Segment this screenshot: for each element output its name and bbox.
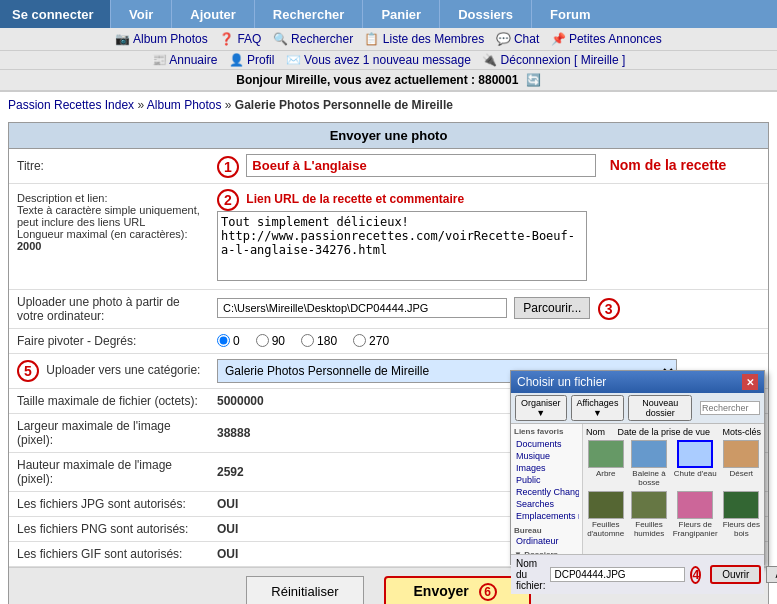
thumb-baleine[interactable]: Baleine à bosse <box>629 440 668 487</box>
thumb-desert-label: Désert <box>722 469 761 478</box>
nav-dossiers[interactable]: Dossiers <box>439 0 531 28</box>
rotate-270[interactable]: 270 <box>353 334 389 348</box>
breadcrumb-home[interactable]: Passion Recettes Index <box>8 98 134 112</box>
link-faq[interactable]: ❓ FAQ <box>219 32 261 46</box>
titre-input-cell: 1 Nom de la recette <box>209 149 768 183</box>
left-images[interactable]: Images <box>514 462 579 474</box>
upload-label: Uploader une photo à partir de votre ord… <box>9 289 209 328</box>
thumb-desert-img <box>723 440 759 468</box>
thumb-fleurs-bois-img <box>723 491 759 519</box>
breadcrumb-album[interactable]: Album Photos <box>147 98 222 112</box>
col-motscles: Mots-clés <box>722 427 761 437</box>
dialog-open-button[interactable]: Ouvrir <box>710 565 761 584</box>
titre-label: Titre: <box>9 149 209 183</box>
bonjour-row: Bonjour Mireille, vous avez actuellement… <box>0 70 777 92</box>
link-membres[interactable]: 📋 Liste des Membres <box>364 32 484 46</box>
category-label: 5 Uploader vers une catégorie: <box>9 353 209 388</box>
left-emplacements[interactable]: Emplacements réc... <box>514 510 579 522</box>
titre-name-label: Nom de la recette <box>610 157 727 173</box>
col-nom: Nom <box>586 427 605 437</box>
titre-input[interactable] <box>246 154 596 177</box>
thumb-feuilles1-img <box>588 491 624 519</box>
thumb-baleine-img <box>631 440 667 468</box>
left-recently[interactable]: Recently Changed <box>514 486 579 498</box>
link-chat[interactable]: 💬 Chat <box>496 32 540 46</box>
thumb-fleurs-frangi-label: Fleurs de Frangipanier <box>673 520 718 538</box>
submit-button[interactable]: Envoyer 6 <box>384 576 531 604</box>
nav-ajouter[interactable]: Ajouter <box>171 0 254 28</box>
upload-input-cell: C:\Users\Mireille\Desktop\DCP04444.JPG P… <box>209 289 768 328</box>
thumb-desert[interactable]: Désert <box>722 440 761 487</box>
third-row: 📰 Annuaire 👤 Profil ✉️ Vous avez 1 nouve… <box>0 51 777 70</box>
left-musique[interactable]: Musique <box>514 450 579 462</box>
link-annuaire[interactable]: 📰 Annuaire <box>152 53 218 67</box>
breadcrumb: Passion Recettes Index » Album Photos » … <box>0 92 777 118</box>
thumb-baleine-label: Baleine à bosse <box>629 469 668 487</box>
step-2-badge: 2 <box>217 189 239 211</box>
desc-textarea[interactable]: Tout simplement délicieux! http://www.pa… <box>217 211 587 281</box>
nav-rechercher[interactable]: Rechercher <box>254 0 363 28</box>
dossiers-toggle[interactable]: ▼ Dossiers <box>514 550 579 554</box>
dialog-close-button[interactable]: ✕ <box>742 374 758 390</box>
column-headers: Nom Date de la prise de vue Mots-clés <box>586 427 761 437</box>
nav-panier[interactable]: Panier <box>362 0 439 28</box>
left-searches[interactable]: Searches <box>514 498 579 510</box>
gif-label: Les fichiers GIF sont autorisés: <box>9 541 209 566</box>
dialog-title: Choisir un fichier <box>517 375 606 389</box>
png-val: OUI <box>217 522 238 536</box>
step-1-badge: 1 <box>217 156 239 178</box>
max-width-val: 38888 <box>217 426 250 440</box>
rotate-180[interactable]: 180 <box>301 334 337 348</box>
dialog-cancel-button[interactable]: Annuler <box>766 566 777 583</box>
reset-button[interactable]: Réinitialiser <box>246 576 363 604</box>
connect-label[interactable]: Se connecter <box>0 0 110 28</box>
jpg-val: OUI <box>217 497 238 511</box>
thumb-arbre-img <box>588 440 624 468</box>
left-ordinateur[interactable]: Ordinateur <box>514 535 579 547</box>
thumb-fleurs-bois[interactable]: Fleurs des bois <box>722 491 761 538</box>
thumb-feuilles2[interactable]: Feuilles humides <box>629 491 668 538</box>
desc-placeholder-label: Lien URL de la recette et commentaire <box>246 192 464 206</box>
thumb-feuilles1[interactable]: Feuilles d'automne <box>586 491 625 538</box>
rotate-0[interactable]: 0 <box>217 334 240 348</box>
jpg-label: Les fichiers JPG sont autorisés: <box>9 491 209 516</box>
browse-button[interactable]: Parcourir... <box>514 297 590 319</box>
desc-input-cell: 2 Lien URL de la recette et commentaire … <box>209 183 768 289</box>
link-message[interactable]: ✉️ Vous avez 1 nouveau message <box>286 53 471 67</box>
step-5-badge: 5 <box>17 360 39 382</box>
link-album-photos[interactable]: 📷 Album Photos <box>115 32 207 46</box>
nav-voir[interactable]: Voir <box>110 0 171 28</box>
nav-forum[interactable]: Forum <box>531 0 608 28</box>
organiser-btn[interactable]: Organiser ▼ <box>515 395 567 421</box>
rotate-radio-group: 0 90 180 270 <box>217 334 760 348</box>
top-nav: Se connecter Voir Ajouter Rechercher Pan… <box>0 0 777 28</box>
category-label-text: Uploader vers une catégorie: <box>46 363 200 377</box>
link-deconnexion[interactable]: 🔌 Déconnexion [ Mireille ] <box>482 53 625 67</box>
bonjour-text: Bonjour Mireille, vous avez actuellement… <box>236 73 518 87</box>
thumb-chute[interactable]: Chute d'eau <box>673 440 718 487</box>
link-profil[interactable]: 👤 Profil <box>229 53 275 67</box>
left-documents[interactable]: Documents <box>514 438 579 450</box>
affichages-btn[interactable]: Affichages ▼ <box>571 395 625 421</box>
nouveau-dossier-btn[interactable]: Nouveau dossier <box>628 395 692 421</box>
rotate-90[interactable]: 90 <box>256 334 285 348</box>
refresh-icon: 🔄 <box>526 73 541 87</box>
thumb-fleurs-bois-label: Fleurs des bois <box>722 520 761 538</box>
dialog-search-input[interactable] <box>700 401 760 415</box>
dialog-body: Liens favoris Documents Musique Images P… <box>511 424 764 554</box>
link-rechercher[interactable]: 🔍 Rechercher <box>273 32 353 46</box>
thumb-arbre[interactable]: Arbre <box>586 440 625 487</box>
dialog-right-panel: Nom Date de la prise de vue Mots-clés Ar… <box>583 424 764 554</box>
thumb-fleurs-frangi-img <box>677 491 713 519</box>
link-petites-annonces[interactable]: 📌 Petites Annonces <box>551 32 662 46</box>
max-width-label: Largeur maximale de l'image (pixel): <box>9 413 209 452</box>
second-row: 📷 Album Photos ❓ FAQ 🔍 Rechercher 📋 List… <box>0 28 777 51</box>
rotate-input-cell: 0 90 180 270 <box>209 328 768 353</box>
thumbnail-grid: Arbre Baleine à bosse Chute d'eau Désert <box>586 440 761 538</box>
thumb-fleurs-frangi[interactable]: Fleurs de Frangipanier <box>673 491 718 538</box>
titre-row: Titre: 1 Nom de la recette <box>9 149 768 183</box>
png-label: Les fichiers PNG sont autorisés: <box>9 516 209 541</box>
breadcrumb-current: Galerie Photos Personnelle de Mireille <box>235 98 453 112</box>
left-public[interactable]: Public <box>514 474 579 486</box>
dialog-filename-input[interactable] <box>550 567 685 582</box>
